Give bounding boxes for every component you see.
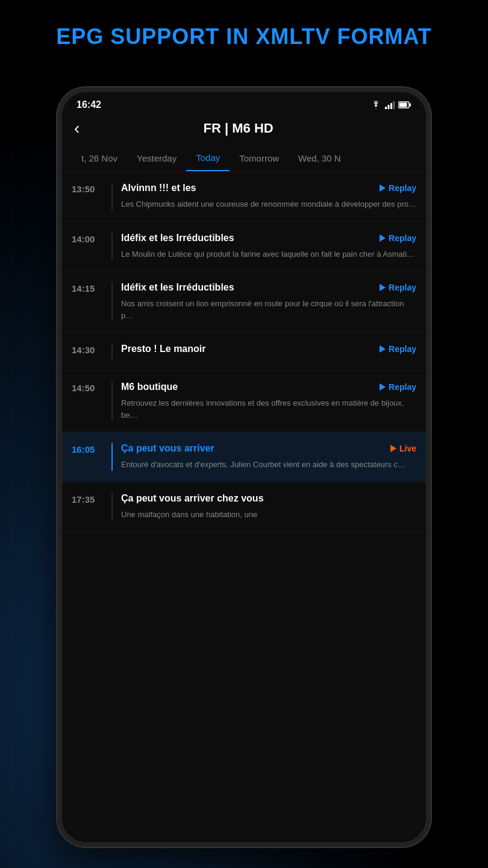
epg-description: Entouré d'avocats et d'experts, Julien C… [121, 459, 416, 471]
epg-title: M6 boutique [121, 382, 375, 392]
epg-item[interactable]: 13:50 Alvinnn !!! et les Replay Les Chip… [62, 172, 426, 222]
replay-label: Replay [389, 382, 416, 392]
epg-description: Le Moulin de Lutèce qui produit la farin… [121, 248, 416, 260]
epg-content: Idéfix et les Irréductibles Replay Nos a… [121, 282, 416, 321]
epg-time: 14:50 [72, 382, 103, 393]
epg-content: Alvinnn !!! et les Replay Les Chipmunks … [121, 183, 416, 210]
epg-time: 13:50 [72, 183, 103, 194]
play-icon-live [390, 445, 396, 452]
page-header: EPG SUPPORT IN XMLTV FORMAT [0, 24, 488, 49]
replay-label: Replay [389, 183, 416, 193]
epg-description: Une malfaçon dans une habitation, une [121, 509, 416, 521]
svg-rect-0 [385, 107, 387, 109]
epg-title: Alvinnn !!! et les [121, 183, 375, 193]
epg-title-row: Idéfix et les Irréductibles Replay [121, 233, 416, 244]
nav-bar: ‹ FR | M6 HD [62, 114, 426, 145]
svg-rect-1 [388, 105, 390, 109]
epg-item[interactable]: 14:30 Presto ! Le manoir Replay [62, 333, 426, 371]
svg-rect-5 [410, 104, 411, 107]
tab-nov26[interactable]: t, 26 Nov [72, 146, 127, 171]
tab-yesterday[interactable]: Yesterday [127, 146, 186, 171]
svg-rect-6 [399, 103, 407, 107]
epg-item[interactable]: 17:35 Ça peut vous arriver chez vous Une… [62, 482, 426, 532]
channel-title: FR | M6 HD [89, 121, 387, 136]
play-icon [380, 284, 386, 291]
phone-frame: 16:42 [57, 87, 431, 847]
epg-title-row: Alvinnn !!! et les Replay [121, 183, 416, 193]
replay-label: Replay [389, 283, 416, 292]
epg-divider [111, 233, 113, 260]
epg-time: 14:30 [72, 344, 103, 355]
epg-title-row: M6 boutique Replay [121, 382, 416, 392]
epg-title-row: Idéfix et les Irréductibles Replay [121, 282, 416, 293]
epg-title: Ça peut vous arriver chez vous [121, 493, 411, 504]
status-icons [371, 101, 411, 109]
replay-button[interactable]: Replay [380, 183, 416, 193]
epg-divider [111, 443, 113, 471]
epg-item[interactable]: 14:15 Idéfix et les Irréductibles Replay… [62, 271, 426, 333]
epg-description: Nos amis croisent un lion emprisonné en … [121, 298, 416, 321]
svg-rect-3 [393, 101, 395, 109]
replay-label: Replay [389, 233, 416, 243]
epg-description: Les Chipmunks aident une coureuse de ren… [121, 198, 416, 210]
tab-tomorrow[interactable]: Tomorrow [230, 146, 289, 171]
epg-title-row: Presto ! Le manoir Replay [121, 344, 416, 354]
play-icon [380, 234, 386, 242]
play-icon [380, 184, 386, 192]
back-button[interactable]: ‹ [74, 119, 80, 138]
epg-item[interactable]: 16:05 Ça peut vous arriver Live Entouré … [62, 432, 426, 482]
epg-description: Retrouvez les dernières innovations et d… [121, 397, 416, 421]
signal-icon [385, 101, 395, 109]
epg-time: 16:05 [72, 443, 103, 454]
epg-list: 13:50 Alvinnn !!! et les Replay Les Chip… [62, 172, 426, 842]
epg-divider [111, 183, 113, 210]
tab-wed30[interactable]: Wed, 30 N [289, 146, 351, 171]
play-icon [380, 383, 386, 391]
svg-rect-2 [390, 103, 392, 109]
status-bar: 16:42 [62, 92, 426, 114]
epg-title-row: Ça peut vous arriver chez vous [121, 493, 416, 504]
play-icon [380, 345, 386, 353]
epg-item[interactable]: 14:00 Idéfix et les Irréductibles Replay… [62, 222, 426, 272]
live-button[interactable]: Live [390, 444, 416, 453]
phone-screen: 16:42 [62, 92, 426, 842]
tab-today[interactable]: Today [186, 145, 230, 171]
epg-title: Presto ! Le manoir [121, 344, 375, 354]
epg-divider [111, 493, 113, 521]
replay-button[interactable]: Replay [380, 283, 416, 292]
battery-icon [398, 101, 411, 108]
epg-title: Idéfix et les Irréductibles [121, 282, 375, 293]
epg-title: Idéfix et les Irréductibles [121, 233, 375, 244]
epg-content: Idéfix et les Irréductibles Replay Le Mo… [121, 233, 416, 260]
epg-time: 17:35 [72, 493, 103, 505]
replay-label: Replay [389, 344, 416, 354]
epg-time: 14:15 [72, 282, 103, 294]
epg-time: 14:00 [72, 233, 103, 244]
epg-content: Ça peut vous arriver chez vous Une malfa… [121, 493, 416, 521]
replay-button[interactable]: Replay [380, 233, 416, 243]
epg-divider [111, 382, 113, 421]
replay-button[interactable]: Replay [380, 382, 416, 392]
epg-divider [111, 282, 113, 321]
date-tabs: t, 26 Nov Yesterday Today Tomorrow Wed, … [62, 145, 426, 172]
epg-title-row: Ça peut vous arriver Live [121, 443, 416, 454]
epg-item[interactable]: 14:50 M6 boutique Replay Retrouvez les d… [62, 371, 426, 432]
epg-content: Ça peut vous arriver Live Entouré d'avoc… [121, 443, 416, 471]
epg-title: Ça peut vous arriver [121, 443, 386, 454]
wifi-icon [371, 101, 381, 109]
epg-divider [111, 344, 113, 359]
epg-content: M6 boutique Replay Retrouvez les dernièr… [121, 382, 416, 421]
epg-content: Presto ! Le manoir Replay [121, 344, 416, 359]
status-time: 16:42 [77, 99, 101, 110]
live-label: Live [399, 444, 416, 453]
replay-button[interactable]: Replay [380, 344, 416, 354]
